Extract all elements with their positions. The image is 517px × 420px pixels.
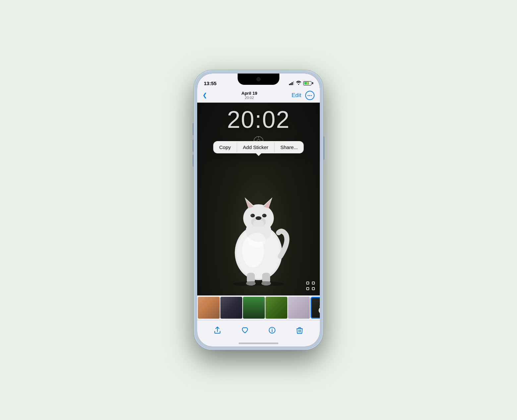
home-indicator (197, 340, 320, 346)
thumbnail-clock[interactable] (288, 297, 310, 319)
info-button[interactable] (265, 323, 279, 338)
svg-rect-29 (312, 282, 315, 284)
film-strip[interactable]: 📋 (197, 295, 320, 320)
svg-point-18 (262, 214, 266, 217)
status-icons: ⚡ (289, 80, 313, 86)
notch (238, 74, 279, 85)
share-button[interactable] (210, 323, 225, 338)
ellipsis-icon: ••• (308, 93, 313, 97)
svg-point-26 (248, 233, 266, 247)
svg-point-33 (319, 304, 320, 308)
wifi-icon (296, 80, 301, 86)
wolf-image (222, 176, 295, 279)
back-button[interactable]: ❮ (202, 92, 207, 99)
share-button[interactable]: Share... (274, 141, 304, 153)
add-sticker-button[interactable]: Add Sticker (237, 141, 274, 153)
time-overlay: 20:02 (197, 106, 320, 133)
context-menu: Copy Add Sticker Share... (213, 141, 304, 153)
thumbnail-plant[interactable] (265, 297, 287, 319)
thumbnail-green[interactable] (243, 297, 265, 319)
svg-point-20 (263, 215, 264, 216)
svg-point-25 (233, 281, 284, 286)
svg-point-16 (256, 216, 261, 220)
nav-subtitle: 20:02 (242, 96, 258, 100)
svg-point-19 (252, 215, 253, 216)
thumbnail-street[interactable] (220, 297, 242, 319)
toolbar (197, 320, 320, 340)
svg-point-17 (251, 214, 255, 217)
thumbnail-food[interactable] (198, 297, 220, 319)
home-bar (239, 342, 278, 344)
nav-title: April 19 (242, 91, 258, 96)
edit-button[interactable]: Edit (292, 92, 301, 99)
svg-point-27 (253, 220, 264, 227)
svg-point-37 (272, 328, 272, 329)
phone-device: 13:55 ⚡ (194, 70, 323, 350)
delete-button[interactable] (292, 323, 307, 338)
chevron-left-icon: ❮ (202, 92, 207, 99)
nav-title-group: April 19 20:02 (242, 91, 258, 100)
svg-rect-30 (307, 288, 309, 290)
thumbnail-wolf-selected[interactable] (311, 297, 320, 319)
copy-button[interactable]: Copy (213, 141, 237, 153)
nav-actions: Edit ••• (292, 91, 315, 100)
svg-point-32 (318, 307, 320, 314)
signal-icon (289, 81, 294, 85)
status-time: 13:55 (204, 80, 216, 86)
front-camera (257, 77, 260, 81)
phone-screen: 13:55 ⚡ (197, 74, 320, 346)
heart-button[interactable] (238, 323, 252, 338)
text-detect-icon[interactable] (306, 281, 315, 292)
photo-area[interactable]: 20:02 Copy Add Sticker (197, 103, 320, 295)
nav-bar: ❮ April 19 20:02 Edit ••• (197, 88, 320, 103)
more-button[interactable]: ••• (305, 91, 315, 100)
svg-rect-31 (312, 288, 315, 290)
battery-icon: ⚡ (303, 81, 313, 85)
svg-rect-28 (307, 282, 309, 284)
